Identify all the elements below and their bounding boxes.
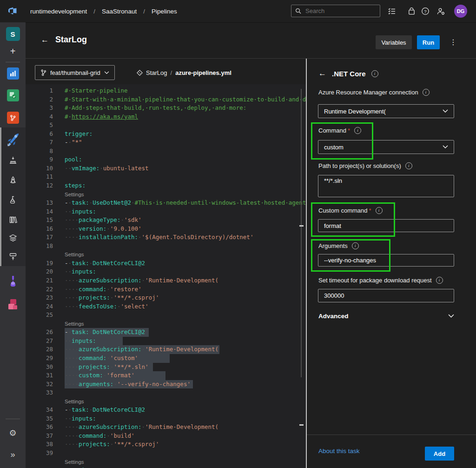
sidebar-item-test-plans-flask[interactable] [0, 274, 26, 288]
sidebar-item-test-plans[interactable] [0, 89, 26, 101]
code-line[interactable]: 18 [26, 242, 306, 251]
code-line[interactable]: 31····custom:·'format' [26, 371, 306, 380]
code-line[interactable]: 1#·Starter·pipeline [26, 87, 306, 95]
settings-link[interactable]: Settings [65, 250, 84, 259]
code-line[interactable]: 29····command:·'custom' [26, 354, 306, 363]
yaml-editor[interactable]: 1#·Starter·pipeline2#·Start·with·a·minim… [26, 84, 306, 468]
custom-command-field[interactable] [318, 219, 454, 232]
about-this-task-link[interactable]: About this task [318, 448, 360, 455]
panel-back-arrow-icon[interactable]: ← [318, 69, 326, 78]
code-line[interactable]: 11 [26, 173, 306, 181]
settings-link[interactable]: Settings [65, 320, 84, 328]
azure-devops-logo-icon[interactable] [8, 6, 18, 16]
back-arrow-icon[interactable]: ← [41, 35, 49, 45]
info-icon[interactable]: i [436, 277, 443, 284]
code-line[interactable]: 13-·task:·UseDotNet@2·#This·is·needed·un… [26, 199, 306, 207]
code-line[interactable]: 35··inputs: [26, 415, 306, 423]
breadcrumb-project[interactable]: SaaStronaut [102, 8, 137, 15]
timeout-input[interactable] [318, 289, 454, 302]
code-line[interactable]: 32····arguments:·'--verify-no-changes' [26, 380, 306, 389]
search-input[interactable] [304, 7, 371, 15]
code-line[interactable]: 2#·Start·with·a·minimal·pipeline·that·yo… [26, 95, 306, 104]
code-line[interactable]: 7-·"*" [26, 138, 306, 147]
info-icon[interactable]: i [423, 89, 430, 96]
marketplace-bag-icon[interactable] [406, 6, 417, 17]
breadcrumb-org[interactable]: runtimedevelopment [30, 8, 87, 15]
tasklist-icon[interactable] [386, 6, 397, 17]
code-line[interactable]: 16····version:·'9.0.100' [26, 225, 306, 234]
user-settings-icon[interactable] [435, 6, 446, 17]
code-line[interactable]: 24····feedsToUse:·'select' [26, 302, 306, 311]
advanced-section-toggle[interactable]: Advanced [318, 313, 454, 320]
code-line[interactable]: 5 [26, 121, 306, 130]
code-line[interactable]: 37····command:·'build' [26, 432, 306, 441]
arguments-input[interactable] [318, 254, 454, 266]
code-line[interactable]: 19-·task:·DotNetCoreCLI@2 [26, 259, 306, 268]
code-line[interactable]: 26-·task:·DotNetCoreCLI@2 [26, 328, 306, 337]
code-line[interactable]: 8 [26, 147, 306, 156]
settings-link[interactable]: Settings [65, 458, 84, 467]
info-icon[interactable]: i [405, 162, 412, 169]
add-button[interactable]: Add [425, 447, 454, 461]
variables-button[interactable]: Variables [376, 35, 412, 49]
code-line[interactable]: 22····command:·'restore' [26, 285, 306, 294]
sidebar-item-artifacts[interactable] [0, 298, 26, 312]
timeout-field[interactable] [318, 289, 454, 302]
sidebar-item-environments[interactable] [0, 156, 26, 165]
editor-scrollbar[interactable] [301, 89, 302, 377]
custom-command-input[interactable] [318, 220, 454, 232]
settings-link[interactable]: Settings [65, 190, 84, 199]
run-button[interactable]: Run [417, 35, 440, 49]
code-line[interactable]: 27··inputs: [26, 337, 306, 346]
code-line[interactable]: 4#·https://aka.ms/yaml [26, 113, 306, 121]
info-icon[interactable]: i [376, 207, 383, 214]
info-icon[interactable]: i [352, 242, 359, 249]
code-line[interactable]: 34-·task:·DotNetCoreCLI@2 [26, 406, 306, 415]
project-settings-gear[interactable]: ⚙ [0, 429, 26, 437]
code-line[interactable]: 33 [26, 388, 306, 397]
sidebar-item-agent-pools[interactable] [0, 252, 26, 261]
code-line[interactable]: 20··inputs: [26, 267, 306, 276]
add-icon[interactable]: + [0, 47, 26, 56]
path-field[interactable]: **/*.sln [318, 175, 454, 197]
sidebar-item-boards[interactable] [0, 67, 26, 80]
help-icon[interactable]: ? [420, 6, 431, 17]
code-line[interactable]: 38····projects:·'**/*.csproj' [26, 440, 306, 449]
code-line[interactable]: 40-·task:·DotNetCoreCLI@2 [26, 466, 306, 468]
code-line[interactable]: 3#·Add·steps·that·build,·run·tests,·depl… [26, 104, 306, 113]
branch-selector[interactable]: feat/thumbnail-grid [35, 65, 115, 80]
sidebar-item-repos[interactable] [0, 112, 26, 124]
command-dropdown[interactable]: custom [318, 140, 454, 154]
sidebar-expand[interactable]: » [0, 450, 26, 459]
sidebar-item-pipelines[interactable]: L [0, 132, 26, 147]
sidebar-item-releases[interactable] [0, 176, 26, 185]
code-line[interactable]: 10··vmImage:·ubuntu-latest [26, 164, 306, 173]
avatar[interactable]: DG [454, 5, 467, 18]
code-line[interactable]: 25 [26, 311, 306, 320]
code-line[interactable]: 39 [26, 449, 306, 458]
code-line[interactable]: 14··inputs: [26, 207, 306, 216]
sidebar-item-deployment-groups[interactable] [0, 234, 26, 243]
info-icon[interactable]: i [371, 70, 378, 77]
settings-link[interactable]: Settings [65, 397, 84, 406]
connection-dropdown[interactable]: Runtime Development( [318, 104, 454, 118]
path-input[interactable]: **/*.sln [318, 175, 454, 197]
code-line[interactable]: 36····azureSubscription:·'Runtime·Develo… [26, 423, 306, 432]
code-line[interactable]: 28····azureSubscription:·'Runtime·Develo… [26, 345, 306, 354]
sidebar-item-library[interactable] [0, 195, 26, 205]
sidebar-project-avatar[interactable]: S [0, 27, 26, 41]
code-line[interactable]: 23····projects:·'**/*.csproj' [26, 294, 306, 302]
code-line[interactable]: 15····packageType:·'sdk' [26, 216, 306, 225]
search-box[interactable] [291, 5, 380, 17]
code-line[interactable]: 6trigger: [26, 130, 306, 139]
arguments-field[interactable] [318, 254, 454, 267]
more-actions-icon[interactable]: ⋮ [450, 38, 457, 47]
sidebar-item-task-groups[interactable] [0, 215, 26, 224]
breadcrumb-page[interactable]: Pipelines [152, 8, 177, 15]
repo-name[interactable]: StarLog [146, 69, 167, 76]
code-line[interactable]: 9pool: [26, 155, 306, 164]
code-line[interactable]: 30····projects:·'**/*.sln' [26, 363, 306, 372]
code-line[interactable]: 21····azureSubscription:·'Runtime·Develo… [26, 276, 306, 285]
code-line[interactable]: 17····installationPath:·'$(Agent.ToolsDi… [26, 233, 306, 242]
code-line[interactable]: 12steps: [26, 181, 306, 190]
